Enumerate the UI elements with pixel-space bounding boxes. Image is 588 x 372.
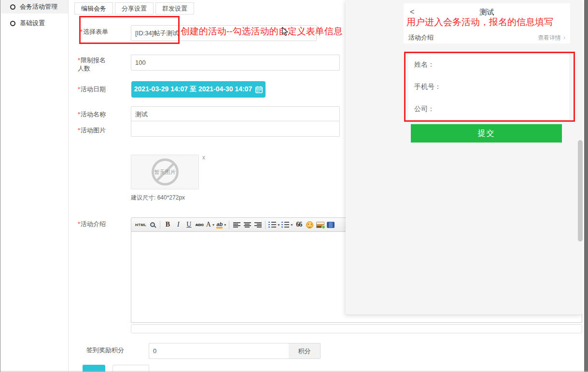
activity-image-label: *活动图片 — [78, 126, 111, 134]
ordered-list-icon[interactable]: ▾ — [267, 219, 280, 230]
view-details-link[interactable]: 查看详情› — [538, 34, 565, 42]
submit-button[interactable]: 提交 — [411, 124, 562, 143]
select-form-input[interactable] — [131, 25, 317, 41]
strikethrough-icon[interactable]: ABC — [194, 219, 205, 230]
signup-form-card: 姓名： 手机号： 公司： — [408, 54, 569, 120]
italic-icon[interactable]: I — [173, 219, 183, 230]
remove-image-button[interactable]: x — [202, 155, 205, 160]
scrollbar-thumb[interactable] — [578, 140, 583, 242]
points-unit-addon: 积分 — [289, 343, 321, 359]
no-image-icon: 暂无图片 — [152, 158, 179, 186]
blockquote-icon[interactable]: 66 — [294, 219, 304, 230]
preview-icon[interactable] — [147, 219, 158, 230]
sidebar-item-basic-settings[interactable]: 基础设置 — [1, 16, 68, 30]
tab-share-settings[interactable]: 分享设置 — [115, 2, 154, 14]
points-input[interactable] — [149, 343, 289, 359]
image-icon[interactable] — [315, 219, 325, 230]
font-color-icon[interactable]: A▾ — [205, 219, 215, 230]
sidebar-item-label: 会务活动管理 — [20, 2, 57, 11]
preview-title: 测试 — [404, 8, 570, 17]
sidebar-item-conference-management[interactable]: 会务活动管理 — [1, 0, 68, 14]
no-image-text: 暂无图片 — [154, 169, 176, 176]
activity-name-label: *活动名称 — [78, 110, 111, 118]
app-window: 会务活动管理 基础设置 编辑会务 分享设置 群发设置 *选择表单 *限制报名人数… — [0, 0, 588, 372]
points-label: 签到奖励积分 — [86, 346, 130, 354]
select-form-label: *选择表单 — [80, 28, 113, 36]
limit-input[interactable] — [131, 55, 340, 71]
image-size-hint: 建议尺寸: 640*272px — [131, 194, 185, 202]
sidebar-item-label: 基础设置 — [20, 19, 45, 28]
toolbar-separator — [265, 221, 266, 229]
align-right-icon[interactable] — [252, 219, 263, 230]
date-label: *活动日期 — [78, 85, 111, 93]
highlight-icon[interactable]: ab▾ — [215, 219, 227, 230]
bold-icon[interactable]: B — [162, 219, 173, 230]
emoticon-icon[interactable] — [304, 219, 315, 230]
activity-name-input[interactable] — [131, 106, 340, 122]
radio-circle-icon — [10, 21, 15, 26]
activity-image-input[interactable] — [131, 121, 340, 137]
underline-icon[interactable]: U — [183, 219, 194, 230]
sidebar: 会务活动管理 基础设置 — [1, 0, 69, 372]
window-bottom-border — [0, 371, 588, 372]
media-icon[interactable] — [325, 219, 336, 230]
field-name[interactable]: 姓名： — [414, 60, 434, 69]
preview-intro-label: 活动介绍 — [408, 33, 434, 42]
date-range-button[interactable]: 2021-03-29 14:07 至 2021-04-30 14:07 — [131, 81, 266, 98]
right-scrollbar-gutter[interactable] — [584, 0, 588, 372]
unordered-list-icon[interactable]: ▾ — [280, 219, 294, 230]
limit-label: *限制报名人数 — [78, 56, 111, 72]
calendar-icon — [255, 86, 263, 93]
radio-circle-icon — [10, 4, 15, 10]
mobile-preview-panel: < 测试 活动介绍 查看详情› 姓名： 手机号： 公司： 提交 用户进入会务活动… — [346, 0, 582, 315]
tab-mass-send-settings[interactable]: 群发设置 — [155, 2, 194, 14]
preview-header: < 测试 活动介绍 查看详情› — [404, 3, 570, 43]
required-mark: * — [80, 28, 83, 35]
editor-statusbar — [131, 324, 582, 333]
align-left-icon[interactable] — [231, 219, 242, 230]
html-source-icon[interactable]: HTML — [134, 219, 147, 230]
chevron-right-icon: › — [563, 34, 565, 41]
field-phone[interactable]: 手机号： — [414, 83, 441, 91]
field-company[interactable]: 公司： — [414, 105, 434, 114]
date-range-value: 2021-03-29 14:07 至 2021-04-30 14:07 — [134, 85, 252, 94]
tab-bar: 编辑会务 分享设置 群发设置 — [74, 2, 196, 14]
image-placeholder: 暂无图片 — [131, 155, 199, 189]
tab-edit-conference[interactable]: 编辑会务 — [74, 2, 113, 14]
toolbar-separator — [229, 221, 229, 229]
toolbar-separator — [160, 221, 160, 229]
align-center-icon[interactable] — [242, 219, 252, 230]
activity-intro-label: *活动介绍 — [78, 220, 111, 228]
